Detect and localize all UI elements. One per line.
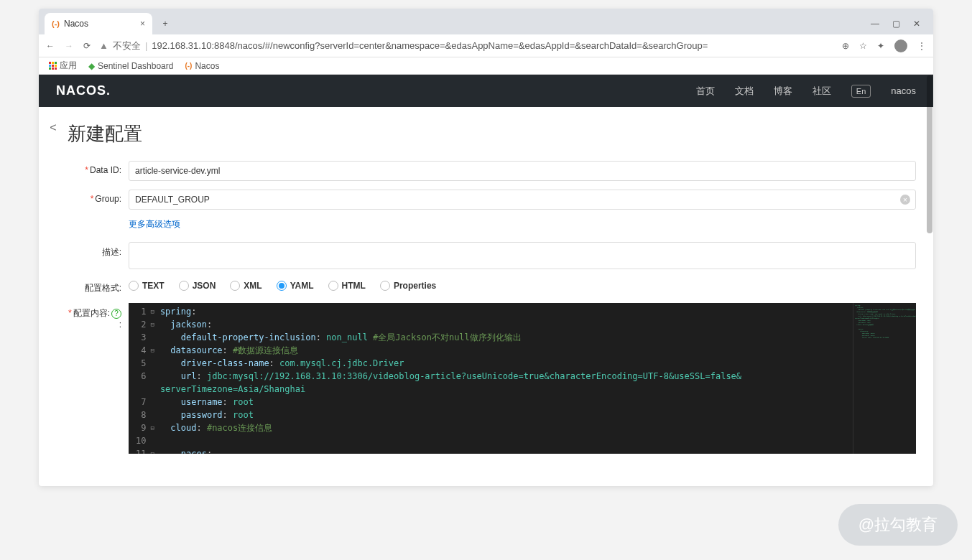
radio-icon: [230, 281, 240, 291]
nav-user[interactable]: nacos: [891, 85, 916, 96]
bookmarks-bar: 应用 ◆ Sentinel Dashboard (-) Nacos: [39, 57, 933, 75]
radio-icon: [328, 281, 338, 291]
radio-format-yaml[interactable]: YAML: [277, 281, 314, 291]
bookmark-star-icon[interactable]: ☆: [859, 41, 867, 51]
bookmark-nacos[interactable]: (-) Nacos: [185, 61, 219, 71]
window-close-icon[interactable]: ✕: [913, 19, 920, 29]
tab-favicon: (-): [52, 19, 60, 28]
app-header: NACOS. 首页 文档 博客 社区 En nacos: [39, 75, 933, 107]
input-description[interactable]: [129, 242, 916, 269]
scrollbar-thumb[interactable]: [927, 75, 932, 233]
editor-minimap[interactable]: spring: jackson: default-property-inclus…: [853, 303, 916, 454]
label-format: 配置格式:: [68, 278, 129, 294]
label-description: 描述:: [68, 242, 129, 258]
radio-format-json[interactable]: JSON: [179, 281, 216, 291]
nacos-logo[interactable]: NACOS.: [56, 83, 111, 98]
security-label: 不安全: [113, 39, 141, 52]
nav-forward-icon[interactable]: →: [65, 41, 73, 51]
apps-grid-icon: [49, 62, 57, 70]
sidebar-collapse-button[interactable]: <: [39, 107, 68, 486]
radio-format-xml[interactable]: XML: [230, 281, 261, 291]
zoom-icon[interactable]: ⊕: [842, 41, 849, 51]
radio-icon: [179, 281, 189, 291]
radio-icon: [129, 281, 139, 291]
nav-reload-icon[interactable]: ⟳: [83, 41, 91, 51]
tab-close-icon[interactable]: ×: [140, 19, 145, 29]
window-minimize-icon[interactable]: —: [871, 19, 879, 29]
nav-community[interactable]: 社区: [813, 85, 831, 98]
extensions-icon[interactable]: ✦: [877, 41, 884, 51]
nav-back-icon[interactable]: ←: [46, 41, 55, 51]
sentinel-icon: ◆: [88, 61, 95, 71]
more-options-link[interactable]: 更多高级选项: [129, 219, 180, 229]
browser-tab-strip: (-) Nacos × + — ▢ ✕: [39, 9, 933, 34]
input-group[interactable]: [129, 190, 916, 210]
nav-blog[interactable]: 博客: [774, 85, 792, 98]
tab-title: Nacos: [64, 19, 88, 29]
lang-toggle[interactable]: En: [851, 85, 871, 98]
url-field[interactable]: ▲ 不安全 | 192.168.31.10:8848/nacos/#/newco…: [99, 39, 833, 52]
new-tab-button[interactable]: +: [157, 15, 174, 32]
address-bar: ← → ⟳ ▲ 不安全 | 192.168.31.10:8848/nacos/#…: [39, 34, 933, 57]
radio-format-text[interactable]: TEXT: [129, 281, 165, 291]
window-maximize-icon[interactable]: ▢: [892, 19, 900, 29]
nav-docs[interactable]: 文档: [735, 85, 754, 98]
profile-icon[interactable]: [894, 39, 907, 52]
radio-format-properties[interactable]: Properties: [380, 281, 436, 291]
help-icon[interactable]: ?: [111, 309, 121, 319]
menu-icon[interactable]: ⋮: [917, 41, 926, 51]
watermark: @拉勾教育: [838, 504, 958, 546]
nav-home[interactable]: 首页: [696, 85, 715, 98]
input-data-id[interactable]: [129, 161, 916, 181]
url-text: 192.168.31.10:8848/nacos/#/newconfig?ser…: [152, 40, 708, 51]
security-warning-icon: ▲: [99, 40, 108, 51]
code-editor[interactable]: 123456 789101112131415 ⊟⊟ ⊟ ⊟ ⊟⊟ spring:…: [129, 303, 916, 454]
radio-format-html[interactable]: HTML: [328, 281, 366, 291]
clear-icon[interactable]: ×: [900, 195, 910, 205]
label-group: *Group:: [68, 190, 129, 204]
label-content: *配置内容:? :: [68, 303, 129, 330]
bookmark-sentinel[interactable]: ◆ Sentinel Dashboard: [88, 61, 173, 71]
nacos-icon: (-): [185, 62, 192, 70]
bookmark-apps[interactable]: 应用: [49, 60, 77, 72]
page-title: 新建配置: [68, 121, 916, 146]
radio-icon: [380, 281, 390, 291]
browser-tab[interactable]: (-) Nacos ×: [45, 13, 152, 34]
radio-icon: [277, 281, 287, 291]
label-data-id: *Data ID:: [68, 161, 129, 175]
